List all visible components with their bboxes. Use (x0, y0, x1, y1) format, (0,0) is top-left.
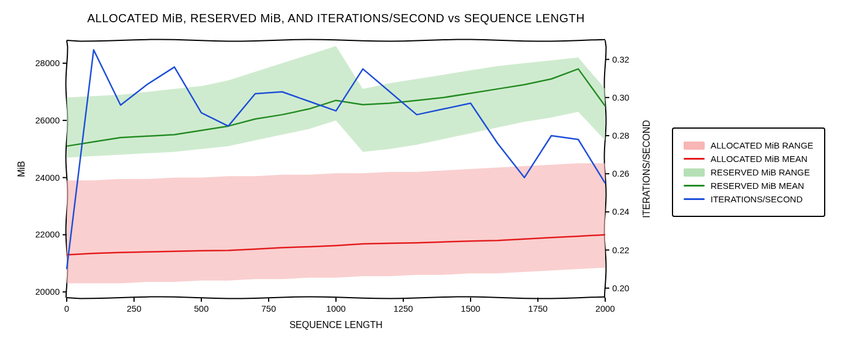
legend-item: ITERATIONS/SECOND (684, 194, 814, 204)
legend-label-text: ALLOCATED MiB RANGE (711, 140, 814, 150)
y-right-tick: 0.28 (612, 130, 629, 140)
legend-item: ALLOCATED MiB RANGE (684, 140, 814, 150)
x-tick: 1000 (326, 303, 345, 313)
y-left-tick: 20000 (35, 287, 60, 296)
legend-swatch (684, 142, 705, 150)
legend-item: RESERVED MiB MEAN (684, 181, 814, 191)
y-right-tick: 0.26 (612, 168, 629, 178)
legend-item: ALLOCATED MiB MEAN (684, 154, 814, 164)
y-left-tick: 24000 (35, 173, 60, 182)
x-tick: 500 (194, 303, 208, 313)
x-tick: 1250 (393, 303, 413, 313)
y-right-tick: 0.22 (612, 245, 629, 255)
y-left-tick: 28000 (35, 58, 60, 68)
legend-swatch (684, 185, 705, 187)
chart-title: ALLOCATED MiB, RESERVED MiB, AND ITERATI… (14, 12, 658, 25)
legend-swatch (684, 158, 705, 160)
y-left-tick: 22000 (35, 229, 60, 239)
y-right-axis-label: ITERATIONS/SECOND (641, 120, 651, 218)
legend-item: RESERVED MiB RANGE (684, 167, 814, 177)
band (67, 163, 605, 283)
y-right-tick: 0.30 (612, 92, 629, 102)
x-axis-label: SEQUENCE LENGTH (289, 320, 382, 330)
x-tick: 1500 (461, 303, 480, 313)
axis-spine (67, 40, 605, 42)
y-right-tick: 0.24 (612, 206, 629, 216)
y-left-axis-label: MiB (16, 161, 26, 177)
x-tick: 1750 (528, 303, 547, 313)
legend: ALLOCATED MiB RANGEALLOCATED MiB MEANRES… (672, 127, 825, 217)
legend-label-text: ALLOCATED MiB MEAN (711, 154, 808, 164)
legend-swatch (684, 168, 705, 177)
legend-label-text: RESERVED MiB MEAN (711, 181, 804, 191)
band (67, 46, 605, 158)
legend-swatch (684, 198, 705, 200)
y-right-tick: 0.32 (612, 54, 629, 64)
legend-label-text: RESERVED MiB RANGE (711, 167, 810, 177)
y-right-tick: 0.20 (612, 283, 629, 293)
legend-label-text: ITERATIONS/SECOND (711, 194, 802, 204)
chart-area: 20000220002400026000280000.200.220.240.2… (14, 29, 658, 333)
x-tick: 2000 (595, 303, 615, 313)
x-tick: 0 (64, 303, 69, 313)
x-tick: 250 (126, 303, 141, 313)
x-tick: 750 (261, 303, 276, 313)
y-left-tick: 26000 (35, 115, 60, 125)
